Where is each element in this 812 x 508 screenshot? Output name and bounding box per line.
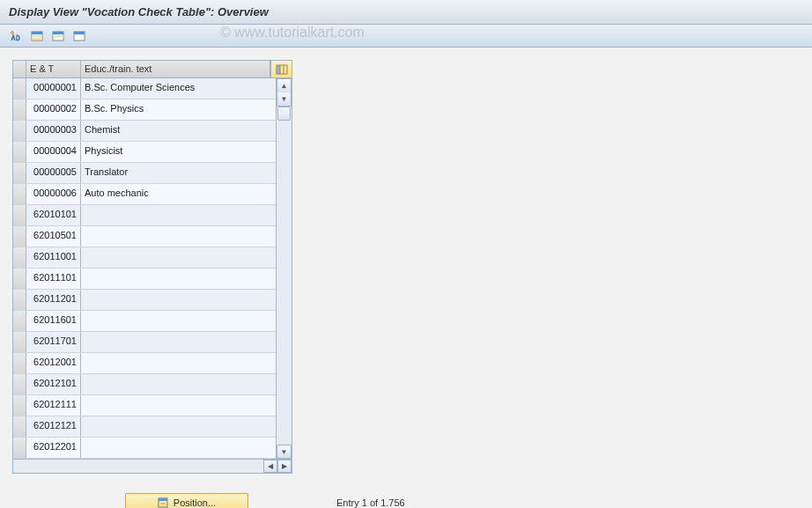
row-selector[interactable] xyxy=(13,353,26,373)
cell-text: Auto mechanic xyxy=(81,184,276,204)
table-row[interactable]: 00000004Physicist xyxy=(13,142,276,163)
cell-text xyxy=(81,332,276,352)
cell-text xyxy=(81,311,276,331)
cell-et: 00000004 xyxy=(26,142,81,162)
column-header-text[interactable]: Educ./train. text xyxy=(81,61,270,77)
table-row[interactable]: 00000001B.Sc. Computer Sciences xyxy=(13,78,276,99)
svg-rect-14 xyxy=(159,498,167,501)
table-row[interactable]: 62011101 xyxy=(13,269,276,290)
position-button[interactable]: Position... xyxy=(125,493,248,508)
row-selector[interactable] xyxy=(13,395,26,416)
scroll-down-step-button[interactable]: ▼ xyxy=(277,92,292,107)
cell-et: 00000003 xyxy=(26,121,81,141)
cell-text: B.Sc. Physics xyxy=(81,99,276,120)
table-row[interactable]: 62010501 xyxy=(13,226,276,247)
configure-columns-button[interactable] xyxy=(270,61,292,77)
row-selector[interactable] xyxy=(13,78,26,99)
row-selector[interactable] xyxy=(13,374,26,394)
cell-text xyxy=(81,205,276,225)
chevron-right-icon: ▶ xyxy=(282,462,287,470)
cell-text: Physicist xyxy=(81,142,276,162)
grid-rows: 00000001B.Sc. Computer Sciences00000002B… xyxy=(13,78,276,459)
row-selector[interactable] xyxy=(13,184,26,204)
cell-et: 00000002 xyxy=(26,99,81,120)
cell-et: 00000006 xyxy=(26,184,81,204)
chevron-left-icon: ◀ xyxy=(268,462,273,470)
chevron-up-icon: ▲ xyxy=(281,82,288,90)
table-row[interactable]: 00000006Auto mechanic xyxy=(13,184,276,205)
row-selector[interactable] xyxy=(13,332,26,352)
row-selector[interactable] xyxy=(13,311,26,331)
cell-et: 00000001 xyxy=(26,78,81,99)
cell-text xyxy=(81,290,276,310)
cell-et: 62011101 xyxy=(26,269,81,289)
table-row[interactable]: 62011001 xyxy=(13,247,276,269)
select-block-button[interactable] xyxy=(49,28,67,44)
horizontal-scrollbar[interactable]: ◀ ▶ xyxy=(13,459,292,473)
table-row[interactable]: 62012201 xyxy=(13,438,276,459)
table-row[interactable]: 62012121 xyxy=(13,416,276,438)
table-row[interactable]: 62011201 xyxy=(13,290,276,311)
cell-text xyxy=(81,438,276,458)
cell-text xyxy=(81,353,276,373)
cell-text: Chemist xyxy=(81,121,276,141)
table-row[interactable]: 00000002B.Sc. Physics xyxy=(13,99,276,121)
table-row[interactable]: 62012101 xyxy=(13,374,276,395)
cell-et: 62011701 xyxy=(26,332,81,352)
cell-et: 00000005 xyxy=(26,163,81,183)
table-row[interactable]: 62012111 xyxy=(13,395,276,416)
row-selector[interactable] xyxy=(13,247,26,268)
cell-et: 62011601 xyxy=(26,311,81,331)
column-header-et[interactable]: E & T xyxy=(26,61,81,77)
chevron-down-icon: ▼ xyxy=(281,448,288,456)
cell-text xyxy=(81,395,276,416)
table-row[interactable]: 62010101 xyxy=(13,205,276,226)
row-selector[interactable] xyxy=(13,269,26,289)
scroll-left-button[interactable]: ◀ xyxy=(263,460,277,473)
grid-footer: Position... Entry 1 of 1.756 xyxy=(125,493,812,508)
scroll-up-button[interactable]: ▲ xyxy=(277,78,292,92)
entry-counter: Entry 1 of 1.756 xyxy=(336,497,405,508)
row-selector[interactable] xyxy=(13,226,26,247)
cell-et: 62010501 xyxy=(26,226,81,247)
svg-rect-15 xyxy=(160,503,166,504)
row-selector[interactable] xyxy=(13,142,26,162)
table-row[interactable]: 00000003Chemist xyxy=(13,121,276,142)
scroll-down-button[interactable]: ▼ xyxy=(277,445,292,459)
row-selector[interactable] xyxy=(13,121,26,141)
svg-rect-6 xyxy=(53,35,63,37)
row-selector[interactable] xyxy=(13,163,26,183)
row-selector[interactable] xyxy=(13,205,26,225)
cell-text xyxy=(81,374,276,394)
table-row[interactable]: 62011701 xyxy=(13,332,276,353)
cell-et: 62012111 xyxy=(26,395,81,416)
row-selector[interactable] xyxy=(13,290,26,310)
cell-text xyxy=(81,247,276,268)
scroll-right-button[interactable]: ▶ xyxy=(277,460,292,473)
scroll-track[interactable] xyxy=(277,107,292,445)
cell-text: Translator xyxy=(81,163,276,183)
cell-et: 62012121 xyxy=(26,416,81,437)
header-select-all[interactable] xyxy=(13,61,26,77)
cell-text xyxy=(81,416,276,437)
table-settings-icon xyxy=(276,64,288,75)
table-row[interactable]: 62011601 xyxy=(13,311,276,332)
change-display-button[interactable] xyxy=(7,28,25,44)
svg-rect-12 xyxy=(277,65,280,74)
svg-rect-2 xyxy=(32,35,42,37)
deselect-all-button[interactable] xyxy=(70,28,88,44)
row-selector[interactable] xyxy=(13,99,26,120)
select-all-button[interactable] xyxy=(28,28,46,44)
table-row[interactable]: 62012001 xyxy=(13,353,276,374)
cell-text: B.Sc. Computer Sciences xyxy=(81,78,276,99)
row-selector[interactable] xyxy=(13,416,26,437)
cell-et: 62012001 xyxy=(26,353,81,373)
cell-et: 62010101 xyxy=(26,205,81,225)
svg-rect-3 xyxy=(32,38,42,40)
toolbar xyxy=(0,25,812,48)
position-button-label: Position... xyxy=(173,497,216,508)
scroll-thumb[interactable] xyxy=(277,107,291,121)
table-row[interactable]: 00000005Translator xyxy=(13,163,276,184)
vertical-scrollbar[interactable]: ▲ ▼ ▼ xyxy=(276,78,292,459)
row-selector[interactable] xyxy=(13,438,26,458)
